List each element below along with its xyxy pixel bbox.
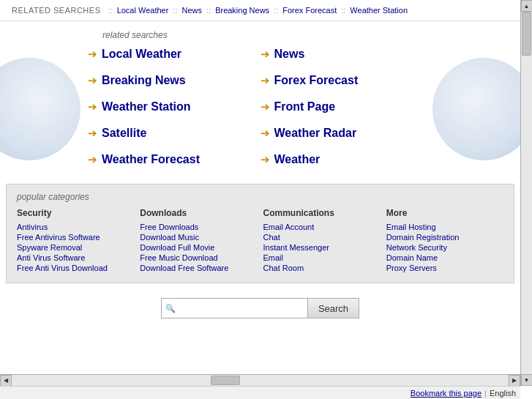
category-security: Security Antivirus Free Antivirus Softwa…: [17, 208, 134, 272]
cat-link[interactable]: Email Account: [263, 223, 381, 231]
cat-link[interactable]: Domain Name: [386, 253, 503, 262]
search-bar: 🔍 Search: [0, 289, 520, 324]
related-link-weather-station[interactable]: Weather Station: [102, 100, 191, 113]
list-item: ➔ Weather: [261, 153, 433, 166]
top-link-weather-station[interactable]: Weather Station: [350, 6, 408, 15]
arrow-icon: ➔: [261, 48, 270, 61]
cat-link[interactable]: Free Anti Virus Download: [17, 264, 134, 272]
list-item: ➔ Satellite: [88, 127, 261, 140]
language-label: English: [490, 389, 516, 398]
related-searches-label: related searches: [15, 30, 506, 40]
category-header-more: More: [386, 208, 503, 218]
category-header-downloads: Downloads: [140, 208, 257, 218]
related-link-news[interactable]: News: [274, 48, 305, 61]
related-link-weather-radar[interactable]: Weather Radar: [274, 127, 357, 140]
scrollbar-track-h[interactable]: [12, 375, 509, 386]
cat-link[interactable]: Free Music Download: [140, 253, 257, 262]
cat-link[interactable]: Free Downloads: [140, 223, 257, 231]
top-sep-4: ::: [341, 6, 345, 15]
related-link-forex-forecast[interactable]: Forex Forecast: [274, 74, 359, 87]
related-link-local-weather[interactable]: Local Weather: [102, 48, 181, 61]
list-item: ➔ Local Weather: [88, 48, 261, 61]
list-item: ➔ Front Page: [261, 100, 433, 113]
cat-link[interactable]: Chat: [263, 233, 381, 242]
cat-link[interactable]: Proxy Servers: [386, 264, 503, 272]
top-sep-0: ::: [108, 6, 113, 15]
top-sep-2: ::: [206, 6, 211, 15]
top-link-local-weather[interactable]: Local Weather: [117, 6, 169, 15]
top-bar-label: RELATED SEARCHES: [12, 6, 101, 15]
search-input[interactable]: [161, 298, 307, 318]
cat-link[interactable]: Antivirus: [17, 223, 134, 231]
category-communications: Communications Email Account Chat Instan…: [263, 208, 381, 272]
category-downloads: Downloads Free Downloads Download Music …: [140, 208, 257, 272]
scroll-left-button[interactable]: ◀: [0, 375, 12, 387]
cat-link[interactable]: Domain Registration: [386, 233, 503, 242]
search-input-wrapper: 🔍: [161, 298, 307, 318]
scrollbar-thumb[interactable]: [522, 12, 531, 56]
scrollbar-thumb-h[interactable]: [211, 376, 240, 385]
related-link-breaking-news[interactable]: Breaking News: [102, 74, 186, 87]
cat-link[interactable]: Chat Room: [263, 264, 381, 272]
arrow-icon: ➔: [88, 100, 97, 113]
cat-link[interactable]: Download Full Movie: [140, 243, 257, 252]
scroll-down-button[interactable]: ▼: [521, 374, 533, 386]
cat-link[interactable]: Free Antivirus Software: [17, 233, 134, 242]
category-more: More Email Hosting Domain Registration N…: [386, 208, 503, 272]
arrow-icon: ➔: [261, 100, 270, 113]
arrow-icon: ➔: [88, 127, 97, 140]
cat-link[interactable]: Network Security: [386, 243, 503, 252]
status-bar: Bookmark this page | English: [0, 386, 520, 399]
cat-link[interactable]: Instant Messenger: [263, 243, 381, 252]
arrow-icon: ➔: [88, 153, 97, 166]
category-header-communications: Communications: [263, 208, 381, 218]
cat-link[interactable]: Email: [263, 253, 381, 262]
search-button[interactable]: Search: [307, 298, 359, 318]
list-item: ➔ Weather Station: [88, 100, 261, 113]
related-link-weather[interactable]: Weather: [274, 153, 321, 166]
categories-grid: Security Antivirus Free Antivirus Softwa…: [17, 208, 503, 272]
scroll-up-button[interactable]: ▲: [521, 0, 533, 12]
arrow-icon: ➔: [261, 127, 270, 140]
popular-categories-section: popular categories Security Antivirus Fr…: [6, 184, 514, 283]
top-related-bar: RELATED SEARCHES :: Local Weather :: New…: [0, 0, 520, 21]
middle-section: related searches ➔ Local Weather ➔ News …: [0, 21, 520, 178]
related-link-satellite[interactable]: Satellite: [102, 127, 146, 140]
arrow-icon: ➔: [88, 48, 97, 61]
list-item: ➔ Breaking News: [88, 74, 261, 87]
cat-link[interactable]: Spyware Removal: [17, 243, 134, 252]
top-link-news[interactable]: News: [181, 6, 202, 15]
list-item: ➔ News: [261, 48, 433, 61]
cat-link[interactable]: Download Music: [140, 233, 257, 242]
search-icon: 🔍: [165, 304, 176, 313]
category-header-security: Security: [17, 208, 134, 218]
related-link-weather-forecast[interactable]: Weather Forecast: [102, 153, 200, 166]
scrollbar-track[interactable]: [521, 12, 532, 374]
bookmark-link[interactable]: Bookmark this page: [411, 389, 482, 398]
related-links-grid: ➔ Local Weather ➔ News ➔ Breaking News ➔…: [15, 48, 506, 166]
cat-link[interactable]: Download Free Software: [140, 264, 257, 272]
related-link-front-page[interactable]: Front Page: [274, 100, 336, 113]
arrow-icon: ➔: [88, 74, 97, 87]
top-sep-3: ::: [274, 6, 278, 15]
cat-link[interactable]: Anti Virus Software: [17, 253, 134, 262]
vertical-scrollbar[interactable]: ▲ ▼: [520, 0, 532, 386]
arrow-icon: ➔: [261, 153, 270, 166]
popular-categories-label: popular categories: [17, 192, 503, 202]
arrow-icon: ➔: [261, 74, 270, 87]
top-sep-1: ::: [173, 6, 177, 15]
list-item: ➔ Weather Radar: [261, 127, 433, 140]
list-item: ➔ Weather Forecast: [88, 153, 261, 166]
top-link-breaking-news[interactable]: Breaking News: [215, 6, 269, 15]
top-link-forex-forecast[interactable]: Forex Forecast: [282, 6, 337, 15]
list-item: ➔ Forex Forecast: [261, 74, 433, 87]
status-divider: |: [484, 389, 487, 398]
scroll-right-button[interactable]: ▶: [509, 375, 520, 387]
main-content: RELATED SEARCHES :: Local Weather :: New…: [0, 0, 520, 374]
cat-link[interactable]: Email Hosting: [386, 223, 503, 231]
horizontal-scrollbar[interactable]: ◀ ▶: [0, 374, 520, 386]
